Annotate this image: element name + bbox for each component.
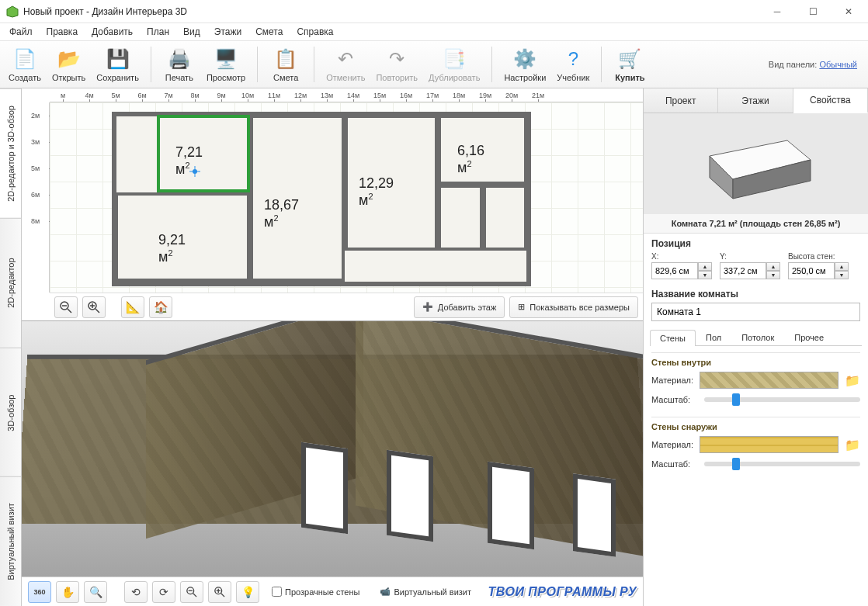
camera-icon: 📹 (380, 587, 391, 597)
cart-icon: 🛒 (617, 47, 642, 71)
duplicate-icon: 📑 (442, 47, 467, 71)
room-name-section: Название комнаты (644, 284, 868, 326)
plan-view[interactable]: м4м5м6м7м8м9м10м11м12м13м14м15м16м17м18м… (22, 88, 643, 321)
zoom-in-button[interactable] (82, 296, 106, 318)
tool-duplicate[interactable]: 📑Дублировать (425, 43, 484, 86)
transparent-walls-checkbox[interactable]: Прозрачные стены (272, 587, 359, 597)
undo-icon: ↶ (333, 47, 358, 71)
zoom-out-3d-button[interactable] (180, 581, 203, 603)
walls-outside-group: Стены снаружи Материал: 📁 Масштаб: (651, 417, 860, 475)
inside-material-swatch[interactable] (700, 372, 838, 389)
plan-canvas[interactable]: 7,21 м2 6,16 м2 12,29 м2 18,67 м2 9,21 м… (50, 102, 643, 293)
spin-down[interactable]: ▼ (698, 271, 712, 279)
tool-redo[interactable]: ↷Повторить (372, 43, 422, 86)
panel-mode-link[interactable]: Обычный (819, 60, 857, 69)
inside-scale-slider[interactable] (704, 397, 860, 402)
plan-toolbar: 📐 🏠 ➕Добавить этаж ⊞Показывать все разме… (50, 293, 643, 320)
tab-2d-3d[interactable]: 2D-редактор и 3D-обзор (0, 88, 21, 218)
zoom-out-button[interactable] (54, 296, 78, 318)
outside-scale-slider[interactable] (704, 462, 860, 466)
tab-virtual[interactable]: Виртуальный визит (0, 476, 21, 606)
svg-marker-0 (7, 6, 18, 17)
site-watermark: ТВОИ ПРОГРАММЫ РУ (488, 585, 637, 599)
tool-tutorial[interactable]: ?Учебник (553, 43, 593, 86)
plus-layers-icon: ➕ (422, 302, 433, 312)
tool-save[interactable]: 💾Сохранить (92, 43, 143, 86)
measure-button[interactable]: 📐 (121, 296, 144, 318)
tool-buy[interactable]: 🛒Купить (609, 43, 650, 86)
pos-y-input[interactable] (720, 262, 766, 279)
tool-preview[interactable]: 🖥️Просмотр (203, 43, 249, 86)
spin-up[interactable]: ▲ (698, 262, 712, 271)
room-3d-preview (644, 113, 868, 214)
panel-mode: Вид панели: Обычный (769, 60, 863, 69)
print-icon: 🖨️ (167, 47, 192, 71)
menu-help[interactable]: Справка (290, 25, 339, 39)
outside-material-browse[interactable]: 📁 (845, 438, 860, 452)
new-icon: 📄 (12, 47, 37, 71)
tool-undo[interactable]: ↶Отменить (322, 43, 369, 86)
tool-print[interactable]: 🖨️Печать (159, 43, 200, 86)
app-icon (6, 5, 19, 18)
subtab-other[interactable]: Прочее (784, 329, 834, 345)
show-dimensions-button[interactable]: ⊞Показывать все размеры (509, 296, 638, 318)
menu-plan[interactable]: План (141, 25, 175, 39)
menu-estimate[interactable]: Смета (249, 25, 289, 39)
tab-3d[interactable]: 3D-обзор (0, 348, 21, 477)
menu-add[interactable]: Добавить (85, 25, 139, 39)
zoom-in-3d-button[interactable] (208, 581, 231, 603)
tool-open[interactable]: 📂Открыть (48, 43, 89, 86)
virtual-visit-button[interactable]: 📹Виртуальный визит (380, 587, 471, 597)
tool-create[interactable]: 📄Создать (5, 43, 45, 86)
monitor-icon: 🖥️ (214, 47, 238, 71)
menu-floors[interactable]: Этажи (208, 25, 248, 39)
menu-view[interactable]: Вид (177, 25, 207, 39)
view-3d[interactable]: 360 ✋ 🔍 ⟲ ⟳ 💡 Прозрачные стены 📹Виртуаль… (22, 321, 643, 606)
rtab-project[interactable]: Проект (644, 88, 718, 113)
tool-estimate[interactable]: 📋Смета (266, 43, 306, 86)
spin-down[interactable]: ▼ (835, 271, 849, 279)
estimate-icon: 📋 (273, 47, 298, 71)
dimensions-icon: ⊞ (518, 302, 525, 312)
rotate-left-button[interactable]: ⟲ (124, 581, 148, 603)
tab-2d[interactable]: 2D-редактор (0, 218, 21, 348)
zoom-3d-button[interactable]: 🔍 (84, 581, 107, 603)
pos-x-input[interactable] (651, 262, 698, 279)
spin-up[interactable]: ▲ (835, 262, 849, 271)
menubar: Файл Правка Добавить План Вид Этажи Смет… (0, 23, 868, 40)
room-name-input[interactable] (651, 303, 860, 321)
spin-up[interactable]: ▲ (766, 262, 780, 271)
orbit-360-button[interactable]: 360 (28, 581, 51, 603)
gear-icon: ⚙️ (512, 47, 537, 71)
inside-material-browse[interactable]: 📁 (845, 373, 860, 388)
home-button[interactable]: 🏠 (149, 296, 172, 318)
rtab-floors[interactable]: Этажи (718, 88, 793, 113)
redo-icon: ↷ (384, 47, 409, 71)
light-button[interactable]: 💡 (236, 581, 259, 603)
position-section: Позиция X: ▲▼ Y: ▲▼ Высота стен: ▲▼ (644, 234, 868, 284)
main-toolbar: 📄Создать 📂Открыть 💾Сохранить 🖨️Печать 🖥️… (0, 40, 868, 88)
walls-inside-group: Стены внутри Материал: 📁 Масштаб: (651, 352, 860, 410)
wall-height-input[interactable] (788, 262, 835, 279)
spin-down[interactable]: ▼ (766, 271, 780, 279)
menu-file[interactable]: Файл (3, 25, 39, 39)
svg-line-10 (193, 593, 196, 596)
svg-line-3 (68, 309, 71, 313)
window-title: Новый проект - Дизайн Интерьера 3D (23, 6, 759, 17)
subtab-floor[interactable]: Пол (696, 329, 731, 345)
rotate-right-button[interactable]: ⟳ (152, 581, 175, 603)
rtab-properties[interactable]: Свойства (793, 88, 868, 113)
close-button[interactable]: ✕ (831, 0, 866, 23)
subtab-walls[interactable]: Стены (650, 330, 696, 346)
svg-line-6 (95, 309, 99, 313)
outside-material-swatch[interactable] (700, 436, 838, 453)
minimize-button[interactable]: ─ (759, 0, 795, 23)
menu-edit[interactable]: Правка (40, 25, 85, 39)
subtab-ceiling[interactable]: Потолок (731, 329, 784, 345)
tool-settings[interactable]: ⚙️Настройки (500, 43, 550, 86)
add-floor-button[interactable]: ➕Добавить этаж (414, 296, 505, 318)
pan-button[interactable]: ✋ (56, 581, 79, 603)
properties-panel: Проект Этажи Свойства Комната 7,21 м² (п… (643, 88, 868, 606)
maximize-button[interactable]: ☐ (795, 0, 831, 23)
help-icon: ? (561, 47, 585, 71)
